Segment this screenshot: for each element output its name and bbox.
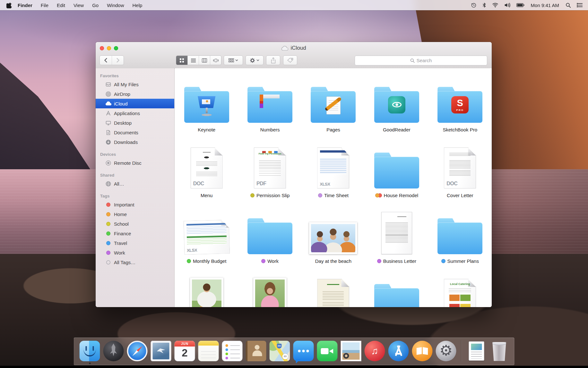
thumbnail-title: Field Trip Permission xyxy=(254,153,286,155)
sidebar-item-remote-disc[interactable]: Remote Disc xyxy=(96,158,174,168)
file-goodreader[interactable]: GoodReader xyxy=(365,75,428,141)
sidebar-item-downloads[interactable]: Downloads xyxy=(96,137,174,147)
file-monthly-budget[interactable]: XLSXMonthly Budget xyxy=(175,207,238,272)
mail-dock-icon[interactable] xyxy=(151,341,171,361)
facetime-icon xyxy=(317,341,338,361)
itunes-dock-icon[interactable] xyxy=(365,341,385,361)
messages-dock-icon[interactable] xyxy=(293,341,314,361)
keynote-app-icon xyxy=(196,95,217,116)
search-field[interactable]: Search xyxy=(355,55,487,65)
back-button[interactable] xyxy=(100,56,112,65)
volume-icon[interactable] xyxy=(504,3,511,8)
sidebar-label: All My Files xyxy=(114,82,139,87)
document-icon xyxy=(381,212,412,254)
sidebar-item-finance[interactable]: Finance xyxy=(96,229,174,238)
list-view-button[interactable] xyxy=(187,56,199,65)
sysprefs-dock-icon[interactable] xyxy=(436,341,456,361)
maps-dock-icon[interactable]: 3D280 xyxy=(270,341,290,361)
file-keynote[interactable]: Keynote xyxy=(175,75,238,141)
sidebar-item-airdrop[interactable]: AirDrop xyxy=(96,89,174,99)
trash-dock-icon[interactable] xyxy=(490,342,509,361)
file-folder[interactable] xyxy=(365,272,428,307)
spotlight-icon[interactable] xyxy=(566,3,571,8)
file-label: Permission Slip xyxy=(256,193,290,198)
finder-dock-icon[interactable] xyxy=(80,341,100,361)
iphoto-dock-icon[interactable] xyxy=(341,341,361,361)
menu-window[interactable]: Window xyxy=(107,3,124,8)
file-girl[interactable] xyxy=(238,272,301,307)
file-work[interactable]: Work xyxy=(238,207,301,272)
menu-help[interactable]: Help xyxy=(133,3,143,8)
launchpad-dock-icon[interactable] xyxy=(103,341,124,361)
sidebar-label: Downloads xyxy=(114,139,138,145)
tag-button[interactable] xyxy=(283,55,297,65)
file-catering[interactable]: Local Catering xyxy=(428,272,492,307)
calendar-dock-icon[interactable]: JUN2 xyxy=(175,341,195,361)
file-numbers[interactable]: Numbers xyxy=(238,75,301,141)
sidebar-item-all[interactable]: All… xyxy=(96,179,174,188)
file-cover-letter[interactable]: DOCCover Letter xyxy=(428,141,492,207)
menu-file[interactable]: File xyxy=(41,3,48,8)
folder-icon xyxy=(247,218,292,254)
menu-edit[interactable]: Edit xyxy=(57,3,65,8)
apple-menu-icon[interactable] xyxy=(6,2,12,8)
arrange-menu-button[interactable] xyxy=(224,55,243,65)
menu-bar-clock[interactable]: Mon 9:41 AM xyxy=(531,3,559,8)
sketchbook-app-icon: SPRO xyxy=(450,95,470,116)
menu-view[interactable]: View xyxy=(74,3,84,8)
coverflow-view-button[interactable] xyxy=(210,56,221,65)
file-summer-plans[interactable]: Summer Plans xyxy=(428,207,492,272)
sidebar-item-applications[interactable]: Applications xyxy=(96,108,174,118)
time-machine-icon[interactable] xyxy=(471,2,477,8)
sidebar-item-documents[interactable]: Documents xyxy=(96,128,174,137)
folder-icon xyxy=(374,284,419,307)
sidebar-item-school[interactable]: School xyxy=(96,219,174,229)
sidebar-item-desktop[interactable]: Desktop xyxy=(96,118,174,128)
sidebar-item-all-my-files[interactable]: All My Files xyxy=(96,79,174,89)
file-time-sheet[interactable]: XLSXTime Sheet xyxy=(302,141,365,207)
file-house-remodel[interactable]: House Remodel xyxy=(365,141,428,207)
bluetooth-icon[interactable] xyxy=(482,2,486,8)
action-menu-button[interactable] xyxy=(246,55,264,65)
contacts-dock-icon[interactable] xyxy=(246,341,266,361)
appstore-dock-icon[interactable] xyxy=(388,341,409,361)
icon-view-button[interactable] xyxy=(176,56,187,65)
file-day-at-the-beach[interactable]: Day at the beach xyxy=(302,207,365,272)
document-dock-icon[interactable] xyxy=(466,341,487,361)
file-garden[interactable] xyxy=(302,272,365,307)
sidebar-item-all-tags[interactable]: All Tags… xyxy=(96,257,174,267)
notes-dock-icon[interactable] xyxy=(198,341,219,361)
file-permission-slip[interactable]: Field Trip PermissionPDFPermission Slip xyxy=(238,141,301,207)
menu-go[interactable]: Go xyxy=(92,3,99,8)
file-pages[interactable]: Pages xyxy=(302,75,365,141)
file-menu[interactable]: DOCMenu xyxy=(175,141,238,207)
share-button[interactable] xyxy=(266,55,280,65)
document-icon: XLSX xyxy=(317,147,349,188)
battery-icon[interactable] xyxy=(516,3,524,7)
wifi-icon[interactable] xyxy=(492,3,498,8)
sidebar-item-travel[interactable]: Travel xyxy=(96,238,174,248)
file-view: KeynoteNumbersPagesGoodReaderSPROSketchB… xyxy=(175,68,492,307)
column-view-button[interactable] xyxy=(199,56,210,65)
safari-dock-icon[interactable] xyxy=(127,341,148,361)
sidebar-item-icloud[interactable]: iCloud xyxy=(96,99,174,108)
sidebar-item-important[interactable]: Important xyxy=(96,200,174,209)
ibooks-dock-icon[interactable] xyxy=(412,341,433,361)
facetime-dock-icon[interactable] xyxy=(317,341,338,361)
tag-dot-icon xyxy=(318,193,322,197)
sidebar-item-home[interactable]: Home xyxy=(96,209,174,219)
forward-button[interactable] xyxy=(112,56,124,65)
numbers-app-icon xyxy=(260,95,280,116)
sidebar-item-work[interactable]: Work xyxy=(96,248,174,257)
document-icon: DOC xyxy=(444,147,476,188)
notification-center-icon[interactable] xyxy=(577,3,583,8)
sysprefs-icon xyxy=(436,341,456,361)
photo-thumbnail xyxy=(253,278,287,307)
active-app-name[interactable]: Finder xyxy=(18,3,32,8)
file-business-letter[interactable]: Business Letter xyxy=(365,207,428,272)
file-puppy[interactable] xyxy=(175,272,238,307)
file-sketchbook-pro[interactable]: SPROSketchBook Pro xyxy=(428,75,492,141)
launchpad-icon xyxy=(103,341,124,361)
reminders-dock-icon[interactable] xyxy=(222,341,243,361)
file-label: Numbers xyxy=(260,127,280,132)
